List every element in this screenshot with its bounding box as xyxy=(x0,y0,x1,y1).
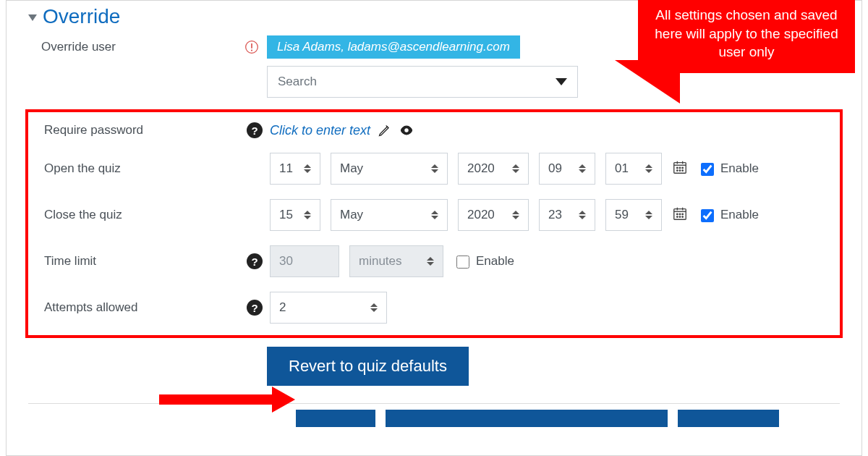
action-button-stub[interactable] xyxy=(296,410,375,427)
selected-user-chip[interactable]: Lisa Adams, ladams@ascendlearning.com xyxy=(267,35,520,59)
action-button-stub[interactable] xyxy=(386,410,668,427)
svg-point-2 xyxy=(251,50,252,51)
password-enter-text-label: Click to enter text xyxy=(270,123,370,138)
time-limit-value[interactable]: 30 xyxy=(270,245,339,277)
close-minute-select[interactable]: 59 xyxy=(605,199,662,231)
open-hour-select[interactable]: 09 xyxy=(539,153,595,185)
help-icon[interactable]: ? xyxy=(247,253,263,269)
close-enable-toggle[interactable]: Enable xyxy=(698,206,759,224)
separator xyxy=(28,403,840,404)
svg-point-10 xyxy=(677,170,678,171)
svg-point-12 xyxy=(682,170,683,171)
dropdown-icon xyxy=(556,78,567,85)
svg-point-11 xyxy=(679,170,680,171)
help-icon[interactable]: ? xyxy=(247,122,263,138)
svg-point-19 xyxy=(682,214,683,214)
help-icon[interactable]: ? xyxy=(247,300,263,316)
attempts-select[interactable]: 2 xyxy=(270,292,387,324)
highlighted-settings-area: Require password ? Click to enter text O… xyxy=(25,109,843,338)
attempts-label: Attempts allowed xyxy=(44,300,137,315)
time-limit-enable-toggle[interactable]: Enable xyxy=(454,253,514,270)
open-minute-select[interactable]: 01 xyxy=(605,153,662,185)
svg-point-20 xyxy=(677,216,678,217)
svg-point-21 xyxy=(679,216,680,217)
close-hour-select[interactable]: 23 xyxy=(539,199,595,231)
user-search-select[interactable]: Search xyxy=(267,66,578,98)
eye-icon[interactable] xyxy=(399,123,414,138)
close-year-select[interactable]: 2020 xyxy=(458,199,529,231)
action-button-stub[interactable] xyxy=(678,410,779,427)
pencil-icon xyxy=(378,123,392,138)
svg-point-8 xyxy=(679,167,680,168)
open-day-select[interactable]: 11 xyxy=(270,153,320,185)
section-title: Override xyxy=(43,5,120,28)
search-placeholder: Search xyxy=(278,75,317,89)
time-limit-label: Time limit xyxy=(44,254,96,269)
calendar-icon[interactable] xyxy=(672,206,688,224)
close-quiz-label: Close the quiz xyxy=(44,208,122,222)
open-quiz-label: Open the quiz xyxy=(44,161,121,176)
override-user-label: Override user xyxy=(41,40,116,54)
close-day-select[interactable]: 15 xyxy=(270,199,320,231)
close-month-select[interactable]: May xyxy=(331,199,448,231)
svg-point-7 xyxy=(677,167,678,168)
calendar-icon[interactable] xyxy=(672,159,688,178)
svg-point-9 xyxy=(682,167,683,168)
time-limit-enable-checkbox[interactable] xyxy=(456,256,469,269)
collapse-caret-icon xyxy=(28,14,37,21)
required-icon xyxy=(244,39,260,55)
open-enable-checkbox[interactable] xyxy=(701,163,714,176)
svg-point-18 xyxy=(679,214,680,214)
require-password-label: Require password xyxy=(44,123,143,138)
annotation-callout: All settings chosen and saved here will … xyxy=(638,0,855,73)
open-year-select[interactable]: 2020 xyxy=(458,153,529,185)
close-enable-checkbox[interactable] xyxy=(701,209,714,222)
open-enable-toggle[interactable]: Enable xyxy=(698,160,759,177)
annotation-text: All settings chosen and saved here will … xyxy=(655,7,838,59)
open-month-select[interactable]: May xyxy=(331,153,448,185)
action-buttons-row xyxy=(28,410,840,427)
time-limit-unit[interactable]: minutes xyxy=(349,245,443,277)
svg-point-17 xyxy=(677,214,678,214)
revert-defaults-button[interactable]: Revert to quiz defaults xyxy=(267,347,469,386)
password-enter-text[interactable]: Click to enter text xyxy=(270,123,414,138)
svg-point-22 xyxy=(682,216,683,217)
